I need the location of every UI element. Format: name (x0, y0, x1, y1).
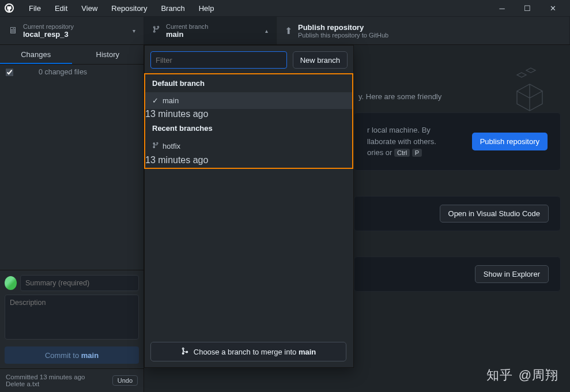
commit-button[interactable]: Commit to main (5, 346, 139, 364)
branch-name: main (166, 30, 208, 39)
menu-repository[interactable]: Repository (104, 2, 154, 15)
sidebar: Changes History 0 changed files Commit t… (0, 45, 144, 392)
watermark-brand: 知乎 (486, 367, 513, 384)
toolbar: 🖥 Current repository local_resp_3 ▾ Curr… (0, 16, 570, 45)
desktop-icon: 🖥 (8, 25, 17, 36)
menu-view[interactable]: View (74, 2, 104, 15)
kbd-p: P (412, 149, 422, 157)
show-in-explorer-button[interactable]: Show in Explorer (475, 265, 549, 283)
branch-item-main[interactable]: ✓ main (145, 92, 352, 109)
github-logo-icon (5, 3, 14, 13)
last-commit-time: Committed 13 minutes ago (6, 374, 85, 380)
commit-summary-input[interactable] (20, 275, 139, 291)
watermark-author: @周翔 (519, 367, 558, 384)
title-bar: File Edit View Repository Branch Help ─ … (0, 0, 570, 16)
last-commit-meta: Committed 13 minutes ago Delete a.txt Un… (0, 368, 144, 392)
default-branch-section: Default branch (145, 74, 352, 92)
kbd-ctrl: Ctrl (394, 149, 410, 157)
branch-time: 13 minutes ago (145, 155, 208, 165)
repo-name: local_resp_3 (23, 30, 74, 39)
annotation-highlight: Default branch ✓ main 13 minutes ago Rec… (144, 73, 353, 169)
commit-form: Commit to main (0, 270, 144, 368)
tab-changes[interactable]: Changes (0, 45, 72, 64)
menu-edit[interactable]: Edit (48, 2, 74, 15)
avatar (5, 276, 17, 290)
branch-item-hotfix[interactable]: hotfix (145, 137, 352, 155)
publish-card: r local machine. By llaborate with other… (354, 112, 561, 171)
publish-repository-button[interactable]: Publish repository (472, 133, 548, 150)
window-minimize-icon[interactable]: ─ (489, 0, 515, 16)
show-explorer-card: Show in Explorer (354, 257, 561, 292)
merge-branch-button[interactable]: Choose a branch to merge into main (150, 342, 346, 361)
menu-branch[interactable]: Branch (154, 2, 191, 15)
branch-filter-input[interactable] (150, 51, 287, 69)
menu-file[interactable]: File (22, 2, 48, 15)
git-branch-icon (152, 141, 163, 151)
open-editor-card: Open in Visual Studio Code (354, 196, 561, 231)
repo-label: Current repository (23, 23, 74, 30)
menu-help[interactable]: Help (192, 2, 221, 15)
git-merge-icon (181, 347, 189, 357)
boxes-illustration-icon (494, 62, 546, 114)
branch-name-label: hotfix (163, 142, 180, 150)
branch-label: Current branch (166, 23, 208, 30)
window-close-icon[interactable]: ✕ (540, 0, 565, 16)
recent-branches-section: Recent branches (145, 119, 352, 137)
getting-started-panel: y. Here are some friendly r local machin… (354, 51, 561, 292)
changed-files-header: 0 changed files (0, 65, 144, 80)
upload-icon: ⬆ (285, 25, 292, 36)
current-branch-selector[interactable]: Current branch main ▴ (144, 17, 277, 44)
branch-dropdown: New branch Default branch ✓ main 13 minu… (144, 45, 354, 368)
select-all-checkbox[interactable] (6, 69, 13, 76)
publish-title: Publish repository (298, 23, 388, 32)
window-maximize-icon[interactable]: ☐ (515, 0, 540, 16)
last-commit-title: Delete a.txt (6, 380, 85, 387)
main-area: New branch Default branch ✓ main 13 minu… (144, 45, 570, 392)
chevron-down-icon: ▾ (133, 28, 135, 34)
watermark: 知乎 @周翔 (486, 367, 558, 384)
branch-time: 13 minutes ago (145, 109, 208, 119)
publish-repository-action[interactable]: ⬆ Publish repository Publish this reposi… (277, 17, 570, 44)
new-branch-button[interactable]: New branch (293, 51, 348, 69)
check-icon: ✓ (152, 96, 163, 105)
branch-name-label: main (163, 96, 179, 105)
changed-files-count: 0 changed files (39, 68, 87, 76)
tab-history[interactable]: History (72, 45, 144, 64)
chevron-up-icon: ▴ (265, 28, 268, 34)
undo-button[interactable]: Undo (112, 375, 138, 386)
menu-bar: File Edit View Repository Branch Help (22, 2, 221, 15)
git-branch-icon (152, 25, 160, 36)
current-repository-selector[interactable]: 🖥 Current repository local_resp_3 ▾ (0, 17, 144, 44)
publish-subtitle: Publish this repository to GitHub (298, 32, 388, 39)
commit-description-input[interactable] (5, 295, 139, 340)
open-vscode-button[interactable]: Open in Visual Studio Code (440, 205, 549, 223)
